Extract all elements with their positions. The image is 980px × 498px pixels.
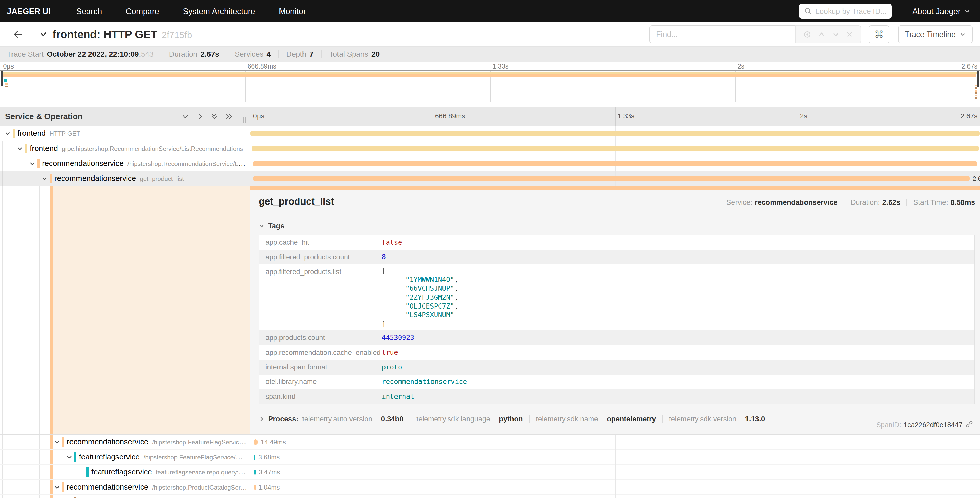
next-match-icon[interactable] [832,31,840,38]
nav-item-monitor[interactable]: Monitor [267,0,318,22]
span-name-cell[interactable]: recommendationservice/hipstershop.Produc… [0,480,250,495]
span-row: frontendHTTP GET [0,126,980,141]
service-name: recommendationservice [67,483,148,491]
command-icon: ⌘ [874,29,884,40]
span-bar[interactable] [254,439,258,445]
tags-section-toggle[interactable]: Tags [259,222,975,230]
trace-header: frontend: HTTP GET2f715fb Find... ⌘ Trac… [0,22,980,46]
tag-row: app.products.count44530923 [259,330,975,345]
tag-row: app.filtered_products.count8 [259,250,975,264]
span-detail-panel: get_product_listService:recommendationse… [250,186,980,434]
minimap-span-mark [4,79,7,83]
span-name-cell[interactable]: recommendationserviceget_product_list [0,171,250,186]
chevron-down-icon [17,145,23,152]
trace-minimap[interactable] [0,70,980,102]
indent-guide [14,434,15,449]
nav-item-compare[interactable]: Compare [114,0,171,22]
minimap-span-mark [975,90,978,91]
span-expand-chevron[interactable] [54,439,60,445]
indent-guide [14,480,15,495]
span-row: recommendationserviceget_product_list2.6… [0,171,980,186]
trace-lookup-input[interactable]: Lookup by Trace ID... [799,4,892,19]
span-name-cell[interactable]: featureflagservicefeatureflagservice.rep… [0,465,250,479]
span-bar[interactable] [250,131,980,136]
span-duration-label: 14.49ms [261,434,286,449]
minimap-right-scrubber[interactable] [977,71,979,87]
focus-match-icon[interactable] [803,30,811,38]
span-name-cell[interactable]: recommendationservice/hipstershop.Featur… [0,434,250,449]
keyboard-shortcuts-button[interactable]: ⌘ [869,25,889,43]
summary-item: Trace StartOctober 22 2022, 22:10:09.543 [7,50,161,58]
indent-guide [27,495,27,498]
span-expand-chevron[interactable] [29,161,35,167]
span-bar[interactable] [253,161,977,166]
minimap-span-mark [1,72,977,73]
clear-find-icon[interactable] [846,31,853,38]
service-color-swatch [74,452,76,462]
tick-label: 1.33s [493,63,509,70]
timeline-header-gridline [433,107,433,126]
span-expand-chevron[interactable] [5,130,11,137]
minimap-gap [0,102,980,107]
trace-view-selector[interactable]: Trace Timeline [898,25,972,43]
span-row: recommendationservice/hipstershop.Featur… [0,434,980,450]
span-detail-left-gutter [0,186,250,434]
span-expand-chevron[interactable] [17,145,23,152]
span-expand-chevron[interactable] [41,176,48,182]
span-expand-chevron[interactable] [54,484,60,490]
collapse-all-icon[interactable] [211,112,218,120]
timeline-ticks: 0μs666.89ms1.33s2s2.67s [250,107,980,126]
span-bar[interactable] [253,176,969,182]
chevron-down-icon [54,439,60,445]
nav-item-system-architecture[interactable]: System Architecture [171,0,267,22]
service-color-swatch [62,482,64,492]
collapse-trace-chevron[interactable] [39,30,48,38]
span-name-cell[interactable]: frontendHTTP GET [0,126,250,140]
tick-label: 0μs [3,63,14,70]
app-brand[interactable]: JAEGER UI [0,6,51,16]
span-name-cell[interactable]: frontendgrpc.hipstershop.RecommendationS… [0,141,250,156]
indent-guide [27,434,27,449]
minimap-span-mark [975,92,978,94]
trace-view-label: Trace Timeline [905,30,956,39]
span-bar[interactable] [255,485,256,490]
prev-match-icon[interactable] [818,31,825,38]
span-timeline-cell: 3.47ms [250,465,980,479]
span-row: productcatalogservice [0,495,980,498]
back-button[interactable] [0,22,36,46]
service-name: recommendationservice [67,437,148,446]
chevron-down-icon [66,454,72,460]
service-color-swatch [25,144,27,153]
copy-link-icon[interactable] [965,421,972,429]
span-name-cell[interactable]: productcatalogservice [0,495,250,498]
about-jaeger-menu[interactable]: About Jaeger [912,6,970,16]
chevron-down-icon [5,130,11,137]
span-bar[interactable] [252,146,979,152]
process-section-toggle[interactable]: Process:telemetry.auto.version=0.34b0tel… [259,415,975,423]
tick-label: 2s [800,112,807,120]
indent-guide [27,450,27,464]
nav-item-search[interactable]: Search [64,0,114,22]
summary-item: Total Spans20 [321,50,387,58]
indent-guide [27,171,27,186]
minimap-span-mark [975,97,978,99]
span-expand-chevron[interactable] [66,454,72,460]
expand-one-icon[interactable] [196,113,204,120]
span-name-cell[interactable]: recommendationservice/hipstershop.Recomm… [0,156,250,171]
collapse-one-icon[interactable] [182,113,189,120]
minimap-ticks: 0μs666.89ms1.33s2s2.67s [0,62,980,70]
find-input[interactable]: Find... [649,25,795,43]
indent-guide-active [50,434,52,449]
indent-guide [39,450,40,464]
span-bar[interactable] [255,469,256,475]
trace-id-short: 2f715fb [162,30,192,40]
expand-all-icon[interactable] [225,113,233,120]
indent-guide-active [50,450,52,464]
column-resize-grip[interactable] [243,117,246,123]
service-name: frontend [30,144,58,152]
span-name-cell[interactable]: featureflagservice/hipstershop.FeatureFl… [0,450,250,464]
tag-row: otel.library.namerecommendationservice [259,375,975,389]
minimap-left-scrubber[interactable] [1,71,3,86]
span-bar[interactable] [254,455,255,460]
tick-label: 0μs [253,112,264,120]
